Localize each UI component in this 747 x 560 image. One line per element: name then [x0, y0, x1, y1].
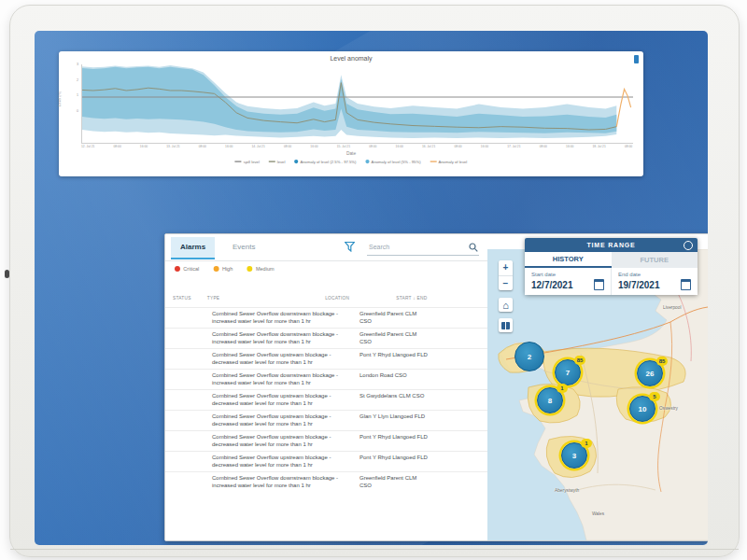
alarm-row[interactable]: Combined Sewer Overflow upstream blockag…	[165, 410, 487, 430]
cluster-badge: 85	[656, 357, 668, 366]
cluster-count: 7	[566, 369, 570, 377]
alarm-type: Combined Sewer Overflow upstream blockag…	[212, 352, 359, 366]
alarms-table-header: STATUS TYPE LOCATION START ↓ END	[165, 296, 487, 301]
end-date-value: 19/7/2021	[618, 280, 660, 290]
map-cluster-marker[interactable]: 2	[514, 342, 544, 371]
legend-item[interactable]: Anomaly of level	[430, 160, 467, 163]
legend-item[interactable]: level	[269, 160, 286, 163]
legend-item[interactable]: Anomaly of level (2.5% - 97.5%)	[294, 160, 356, 163]
tab-events[interactable]: Events	[223, 237, 264, 258]
alarm-row[interactable]: Combined Sewer Overflow upstream blockag…	[165, 348, 487, 369]
legend-swatch	[365, 160, 369, 163]
alarm-row[interactable]: Combined Sewer Overflow downstream block…	[165, 369, 487, 389]
alarm-row[interactable]: Combined Sewer Overflow downstream block…	[165, 328, 487, 348]
map-cluster-marker[interactable]: 105	[629, 396, 655, 422]
severity-dot	[214, 266, 219, 272]
alarm-row[interactable]: Combined Sewer Overflow upstream blockag…	[165, 451, 487, 471]
alarm-location: Greenfield Parent CLM CSO	[359, 311, 430, 325]
col-location[interactable]: LOCATION	[325, 296, 396, 301]
calendar-icon[interactable]	[681, 279, 691, 290]
alarms-pane: Alarms Events Search C	[165, 234, 487, 540]
chart-y-axis-label: Level (m)	[58, 91, 62, 106]
tablet-screen: Level anomaly Level (m) 3210 12. Jul 210…	[35, 31, 708, 545]
alarm-type: Combined Sewer Overflow upstream blockag…	[212, 455, 359, 469]
filter-icon[interactable]	[345, 242, 355, 252]
alarm-location: St Gwyddelans CLM CSO	[359, 393, 430, 407]
tab-future[interactable]: FUTURE	[612, 252, 698, 268]
cluster-count: 3	[572, 452, 576, 460]
search-icon[interactable]	[469, 243, 478, 252]
severity-dot	[175, 266, 180, 272]
cluster-count: 8	[548, 397, 552, 405]
chart-canvas	[82, 64, 633, 143]
legend-swatch	[269, 161, 275, 161]
severity-chip-medium[interactable]: Medium	[247, 266, 275, 272]
map-place-label: Wales	[592, 511, 604, 516]
alarm-row[interactable]: Combined Sewer Overflow downstream block…	[165, 471, 487, 492]
settings-icon[interactable]	[684, 241, 693, 250]
alarm-row[interactable]: Combined Sewer Overflow upstream blockag…	[165, 389, 487, 410]
cluster-badge: 1	[557, 384, 568, 393]
map-home-button[interactable]: ⌂	[499, 298, 513, 312]
zoom-out-button[interactable]: −	[499, 276, 513, 291]
legend-swatch	[235, 161, 242, 161]
chart-x-ticks: 12. Jul 2108:0016:0013. Jul 2108:0016:00…	[81, 145, 632, 147]
series-anomaly-of-level	[616, 90, 630, 127]
map-cluster-marker[interactable]: 785	[555, 359, 581, 385]
col-start-end[interactable]: START ↓ END	[396, 296, 487, 301]
alarm-type: Combined Sewer Overflow downstream block…	[212, 475, 359, 489]
legend-item[interactable]: Anomaly of level (5% - 95%)	[365, 160, 420, 163]
alarm-row[interactable]: Combined Sewer Overflow upstream blockag…	[165, 430, 487, 451]
map-place-label: Oswestry	[659, 406, 678, 411]
map-zoom-control: + −	[499, 260, 513, 290]
map-cluster-marker[interactable]: 31	[561, 442, 587, 469]
dashboard-panel: Alarms Events Search C	[164, 233, 708, 541]
map-cluster-marker[interactable]: 81	[537, 387, 563, 413]
legend-book-icon	[501, 322, 510, 329]
calendar-icon[interactable]	[594, 279, 604, 290]
cluster-badge: 85	[574, 356, 585, 365]
map-cluster-marker[interactable]: 2685	[637, 360, 663, 386]
severity-chip-high[interactable]: High	[214, 266, 233, 272]
tab-history[interactable]: HISTORY	[525, 252, 612, 268]
home-icon: ⌂	[502, 300, 509, 311]
page: Level anomaly Level (m) 3210 12. Jul 210…	[0, 0, 747, 560]
cluster-count: 26	[646, 370, 655, 378]
tab-alarms[interactable]: Alarms	[171, 237, 215, 259]
severity-chip-critical[interactable]: Critical	[175, 266, 199, 272]
col-type[interactable]: TYPE	[207, 296, 325, 301]
alarm-location: Greenfield Parent CLM CSO	[359, 331, 430, 345]
alarm-type: Combined Sewer Overflow upstream blockag…	[212, 434, 359, 448]
start-date-value: 12/7/2021	[531, 280, 573, 290]
search-input[interactable]: Search	[367, 240, 479, 256]
alarm-location: Pont Y Rhyd Llangoed FLD	[359, 434, 430, 448]
search-placeholder: Search	[369, 244, 389, 250]
alarm-location: Greenfield Parent CLM CSO	[359, 475, 430, 489]
time-range-header: TIME RANGE	[525, 238, 698, 252]
cluster-badge: 1	[581, 439, 592, 448]
alarms-table-body: Combined Sewer Overflow downstream block…	[165, 307, 487, 540]
cluster-count: 2	[528, 353, 531, 361]
end-date-field[interactable]: End date 19/7/2021	[611, 268, 698, 295]
time-range-title: TIME RANGE	[587, 242, 636, 248]
legend-swatch	[430, 161, 436, 161]
alarm-row[interactable]: Combined Sewer Overflow downstream block…	[165, 307, 487, 328]
time-range-dates: Start date 12/7/2021 End date 19/7/2021	[525, 268, 698, 295]
col-status[interactable]: STATUS	[173, 296, 207, 301]
legend-item[interactable]: spill level	[235, 160, 260, 163]
alarm-type: Combined Sewer Overflow upstream blockag…	[212, 393, 359, 407]
zoom-in-button[interactable]: +	[499, 260, 513, 275]
start-date-field[interactable]: Start date 12/7/2021	[525, 268, 611, 295]
map-place-label: Liverpool	[663, 305, 681, 310]
alarm-location: Pont Y Rhyd Llangoed FLD	[359, 352, 430, 366]
alarm-type: Combined Sewer Overflow upstream blockag…	[212, 413, 359, 427]
map-legend-button[interactable]	[499, 318, 513, 332]
chart-y-ticks: 3210	[71, 63, 78, 112]
alarm-type: Combined Sewer Overflow downstream block…	[212, 372, 359, 386]
chart-plot-area	[81, 64, 633, 144]
chart-x-axis-label: Date	[118, 151, 585, 156]
chart-menu-icon[interactable]	[634, 55, 639, 63]
alarm-location: Glan Y Llyn Llangoed FLD	[359, 413, 430, 427]
alarm-location: Pont Y Rhyd Llangoed FLD	[359, 455, 430, 469]
start-date-label: Start date	[531, 272, 604, 277]
